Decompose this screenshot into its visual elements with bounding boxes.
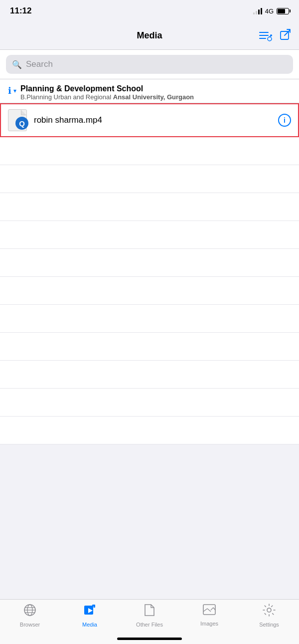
media-icon: ♪ [83,604,96,620]
svg-text:♪: ♪ [93,605,95,608]
file-name: robin sharma.mp4 [34,115,272,125]
empty-row-1 [0,137,299,165]
music-playlist-icon[interactable] [259,30,272,41]
nav-bar: Media [0,22,299,50]
tab-other-files[interactable]: Other Files [120,604,179,628]
share-edit-icon[interactable] [280,29,291,43]
nav-title: Media [137,30,162,41]
settings-icon [263,604,276,620]
empty-row-6 [0,277,299,305]
section-info-icons[interactable]: ℹ ▾ [8,85,16,96]
info-button[interactable]: i [278,114,291,127]
search-container: 🔍 Search [0,50,299,79]
empty-row-7 [0,305,299,333]
battery-icon [277,8,289,14]
svg-point-3 [268,37,272,41]
tab-browser-label: Browser [20,622,40,628]
empty-row-2 [0,165,299,193]
empty-row-9 [0,361,299,389]
tab-other-files-label: Other Files [136,622,163,628]
tab-media[interactable]: ♪ Media [60,604,120,628]
svg-point-5 [270,34,272,36]
svg-line-7 [285,30,290,35]
search-icon: 🔍 [12,60,22,69]
file-row[interactable]: Q robin sharma.mp4 i [0,103,299,137]
info-circle-icon: ℹ [8,85,11,96]
empty-row-8 [0,333,299,361]
home-indicator [117,638,182,640]
svg-line-19 [207,609,211,612]
empty-row-11 [0,417,299,444]
quicktime-icon: Q [15,117,28,130]
file-icon-bg: Q [8,109,27,131]
tab-browser[interactable]: Browser [0,604,60,628]
status-bar: 11:12 4G [0,0,299,22]
nav-actions [259,29,291,43]
network-type: 4G [265,7,274,15]
empty-row-5 [0,249,299,277]
other-files-icon [144,604,155,620]
images-icon [203,604,216,619]
section-title: Planning & Development School [20,84,194,93]
section-header-info: Planning & Development School B.Planning… [20,84,194,101]
search-bar[interactable]: 🔍 Search [6,55,293,74]
empty-row-3 [0,193,299,221]
tab-settings-label: Settings [259,622,279,628]
tab-images[interactable]: Images [179,604,239,627]
status-time: 11:12 [10,6,31,16]
empty-row-10 [0,389,299,417]
tab-media-label: Media [82,622,97,628]
file-icon-container: Q [8,109,28,131]
signal-icon [253,7,262,14]
section-subtitle: B.Planning Urban and Regional Ansal Univ… [20,93,194,101]
svg-point-22 [267,608,271,612]
tab-images-label: Images [200,621,218,627]
section-header: ℹ ▾ Planning & Development School B.Plan… [0,79,299,103]
empty-row-4 [0,221,299,249]
status-icons: 4G [253,7,289,15]
chevron-down-icon: ▾ [13,87,16,94]
tab-settings[interactable]: Settings [239,604,299,628]
svg-line-18 [203,609,207,612]
svg-line-20 [211,608,213,610]
search-placeholder: Search [26,59,53,69]
svg-rect-17 [203,605,215,615]
browser-icon [23,604,36,620]
